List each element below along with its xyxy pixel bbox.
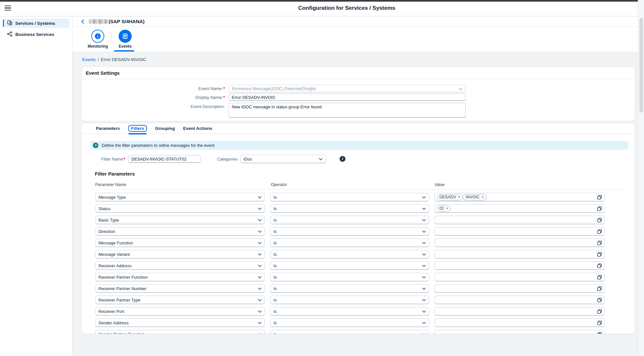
value-input[interactable] [434, 318, 605, 327]
operator-select[interactable]: Is [270, 239, 429, 247]
table-row: Receiver Port Is [82, 307, 635, 318]
operator-select[interactable]: Is [270, 216, 429, 224]
chevron-down-icon [422, 320, 426, 325]
operator-select[interactable]: Is [270, 193, 429, 201]
table-row: Basic Type Is [82, 216, 635, 227]
parameter-name-value: Sender Address [98, 320, 129, 325]
chevron-down-icon [258, 218, 262, 223]
tab-parameters[interactable]: Parameters [96, 126, 120, 131]
operator-select[interactable]: Is [270, 307, 429, 316]
breadcrumb-separator: / [97, 57, 99, 62]
parameter-name-select[interactable]: Message Variant [95, 250, 265, 258]
sidebar-item-services-systems[interactable]: Services / Systems [3, 19, 69, 28]
operator-select[interactable]: Is [270, 250, 429, 258]
event-name-select[interactable]: Erroneous Message(IDOC) Detected(Single) [229, 85, 466, 92]
value-input[interactable]: DESADV×INVOIC× [434, 193, 605, 201]
value-help-icon[interactable] [597, 275, 602, 281]
value-input[interactable] [434, 250, 605, 258]
event-description-label: Event Description: [147, 104, 225, 109]
operator-select[interactable]: Is [270, 273, 429, 281]
parameter-name-select[interactable]: Receiver Address [95, 261, 265, 270]
parameter-name-select[interactable]: Direction [95, 227, 265, 236]
info-icon[interactable]: i [340, 156, 345, 162]
value-input[interactable] [434, 227, 605, 236]
value-help-icon[interactable] [597, 332, 602, 334]
value-input[interactable] [434, 307, 605, 316]
categories-select[interactable]: IDoc [240, 155, 326, 163]
value-help-icon[interactable] [597, 320, 602, 327]
value-token: 02× [437, 206, 451, 212]
parameter-name-select[interactable]: Sender Address [95, 318, 265, 327]
tab-event-actions[interactable]: Event Actions [183, 126, 212, 131]
parameter-name-select[interactable]: Sender Partner Function [95, 330, 265, 334]
token-remove-icon[interactable]: × [458, 195, 460, 199]
value-help-icon[interactable] [597, 263, 602, 270]
operator-value: Is [273, 240, 277, 245]
value-input[interactable]: 02× [434, 204, 605, 213]
value-help-icon[interactable] [597, 286, 602, 292]
token-label: INVOIC [465, 195, 479, 199]
parameter-name-select[interactable]: Receiver Partner Number [95, 284, 265, 293]
operator-select[interactable]: Is [270, 296, 429, 304]
icon-tab-events[interactable]: Events [110, 30, 140, 49]
value-help-icon[interactable] [597, 229, 602, 235]
parameter-name-select[interactable]: Basic Type [95, 216, 265, 224]
vertical-scrollbar[interactable] [638, 0, 644, 356]
value-help-icon[interactable] [597, 240, 602, 247]
token-remove-icon[interactable]: × [446, 207, 448, 210]
value-token: DESADV× [437, 194, 463, 200]
parameter-name-select[interactable]: Message Function [95, 239, 265, 247]
operator-select[interactable]: Is [270, 330, 429, 334]
operator-select[interactable]: Is [270, 318, 429, 327]
parameter-name-select[interactable]: Receiver Partner Function [95, 273, 265, 281]
table-row: Receiver Partner Number Is [82, 284, 635, 296]
sidebar-item-business-services[interactable]: Business Services [3, 30, 69, 39]
parameter-name-select[interactable]: Receiver Partner Type [95, 296, 265, 304]
operator-select[interactable]: Is [270, 261, 429, 270]
value-input[interactable] [434, 216, 605, 224]
operator-value: Is [273, 229, 277, 234]
token-remove-icon[interactable]: × [481, 195, 484, 199]
share-icon [7, 31, 12, 38]
value-help-icon[interactable] [597, 298, 602, 304]
column-value: Value [434, 182, 445, 187]
value-input[interactable] [434, 261, 605, 270]
tab-strip: Parameters Filters Grouping Event Action… [82, 123, 635, 134]
systems-icon [7, 20, 12, 26]
chevron-down-icon [258, 229, 262, 234]
filter-name-input[interactable] [128, 155, 200, 163]
value-input[interactable] [434, 330, 605, 334]
chevron-down-icon [422, 229, 426, 234]
object-page-header: (SAP S/4HANA) [72, 16, 638, 27]
value-help-icon[interactable] [597, 252, 602, 258]
value-help-icon[interactable] [597, 195, 602, 201]
value-input[interactable] [434, 296, 605, 304]
tab-grouping[interactable]: Grouping [155, 126, 175, 131]
parameter-name-value: Receiver Partner Type [98, 298, 140, 302]
back-button[interactable] [79, 18, 86, 25]
chevron-down-icon [422, 206, 426, 211]
icon-tab-monitoring[interactable]: Monitoring [83, 30, 112, 49]
scrollbar-thumb[interactable] [639, 18, 643, 113]
main-content: (SAP S/4HANA) Monitoring Events Events / [72, 16, 638, 356]
chevron-down-icon [258, 195, 262, 200]
value-input[interactable] [434, 239, 605, 247]
operator-select[interactable]: Is [270, 284, 429, 293]
operator-select[interactable]: Is [270, 204, 429, 213]
breadcrumb-link-events[interactable]: Events [82, 57, 95, 62]
value-help-icon[interactable] [597, 309, 602, 315]
hamburger-menu-icon[interactable] [5, 6, 11, 11]
operator-value: Is [273, 195, 277, 200]
value-input[interactable] [434, 284, 605, 293]
event-description-textarea[interactable]: New IDOC message in status group Error f… [229, 103, 466, 117]
display-name-input[interactable] [229, 94, 466, 101]
value-input[interactable] [434, 273, 605, 281]
operator-select[interactable]: Is [270, 227, 429, 236]
value-help-icon[interactable] [597, 218, 602, 224]
value-help-icon[interactable] [597, 206, 602, 212]
chevron-down-icon [422, 218, 426, 223]
parameter-name-select[interactable]: Receiver Port [95, 307, 265, 316]
tab-filters[interactable]: Filters [128, 125, 147, 132]
parameter-name-select[interactable]: Status [95, 204, 265, 213]
parameter-name-select[interactable]: Message Type [95, 193, 265, 201]
